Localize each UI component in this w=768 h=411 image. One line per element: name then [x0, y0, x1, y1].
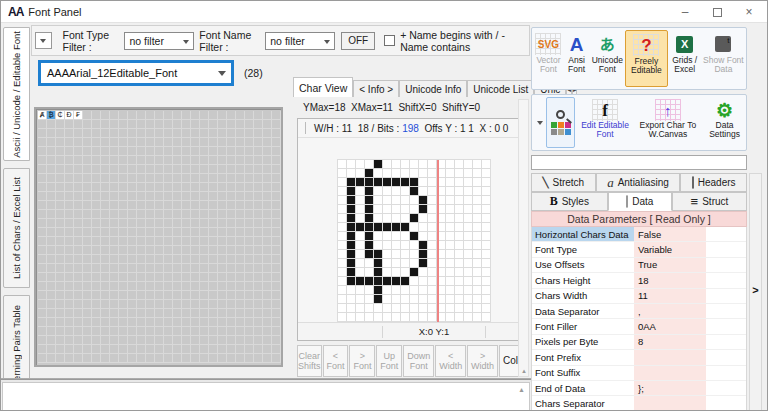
empty-char-cell[interactable]	[83, 129, 92, 138]
glyph-pixel[interactable]	[446, 196, 455, 205]
empty-char-cell[interactable]	[236, 255, 245, 264]
empty-char-cell[interactable]	[128, 282, 137, 291]
empty-char-cell[interactable]	[182, 282, 191, 291]
empty-char-cell[interactable]	[74, 138, 83, 147]
tab-headers[interactable]: Headers	[680, 173, 747, 192]
empty-char-cell[interactable]	[101, 147, 110, 156]
empty-char-cell[interactable]	[236, 156, 245, 165]
empty-char-cell[interactable]	[236, 282, 245, 291]
glyph-pixel[interactable]	[455, 160, 464, 169]
glyph-pixel[interactable]	[455, 268, 464, 277]
table-row[interactable]: Horizontal Chars DataFalse	[532, 227, 746, 242]
empty-char-cell[interactable]	[137, 201, 146, 210]
empty-char-cell[interactable]	[47, 201, 56, 210]
font-button[interactable]: <Font	[323, 345, 349, 377]
glyph-pixel[interactable]	[464, 223, 473, 232]
glyph-pixel[interactable]	[446, 313, 455, 322]
empty-char-cell[interactable]	[128, 228, 137, 237]
empty-char-cell[interactable]	[83, 354, 92, 363]
glyph-pixel[interactable]	[374, 304, 383, 313]
maximize-button[interactable]	[701, 1, 733, 23]
empty-char-cell[interactable]	[101, 129, 110, 138]
empty-char-cell[interactable]	[218, 120, 227, 129]
empty-char-cell[interactable]	[263, 219, 272, 228]
empty-char-cell[interactable]	[227, 336, 236, 345]
empty-char-cell[interactable]	[272, 327, 281, 336]
empty-char-cell[interactable]	[92, 192, 101, 201]
glyph-pixel[interactable]	[347, 304, 356, 313]
empty-char-cell[interactable]	[155, 138, 164, 147]
glyph-pixel[interactable]	[401, 178, 410, 187]
empty-char-cell[interactable]	[218, 345, 227, 354]
empty-char-cell[interactable]	[227, 138, 236, 147]
empty-char-cell[interactable]	[191, 300, 200, 309]
empty-char-cell[interactable]	[209, 183, 218, 192]
empty-char-cell[interactable]	[173, 327, 182, 336]
empty-char-cell[interactable]	[56, 156, 65, 165]
empty-char-cell[interactable]	[74, 345, 83, 354]
empty-char-cell[interactable]	[263, 165, 272, 174]
glyph-pixel[interactable]	[482, 277, 491, 286]
glyph-pixel[interactable]	[446, 169, 455, 178]
empty-char-cell[interactable]	[110, 273, 119, 282]
empty-char-cell[interactable]	[236, 201, 245, 210]
empty-char-cell[interactable]	[110, 192, 119, 201]
empty-char-cell[interactable]	[272, 336, 281, 345]
empty-char-cell[interactable]	[227, 273, 236, 282]
empty-char-cell[interactable]	[110, 237, 119, 246]
empty-char-cell[interactable]	[218, 210, 227, 219]
glyph-pixel[interactable]	[446, 232, 455, 241]
empty-char-cell[interactable]	[209, 291, 218, 300]
empty-char-cell[interactable]	[47, 318, 56, 327]
glyph-pixel[interactable]	[383, 205, 392, 214]
glyph-pixel[interactable]	[374, 268, 383, 277]
char-cell[interactable]: Ⱥ	[38, 111, 47, 120]
table-row[interactable]: Chars Height18	[532, 273, 746, 288]
empty-char-cell[interactable]	[146, 111, 155, 120]
minimize-button[interactable]: –	[669, 1, 701, 23]
empty-char-cell[interactable]	[101, 237, 110, 246]
font-data-textarea[interactable]: ▴	[2, 382, 530, 411]
empty-char-cell[interactable]	[65, 264, 74, 273]
glyph-pixel[interactable]	[383, 304, 392, 313]
glyph-pixel[interactable]	[365, 295, 374, 304]
glyph-pixel[interactable]	[464, 304, 473, 313]
glyph-pixel[interactable]	[482, 160, 491, 169]
empty-char-cell[interactable]	[173, 228, 182, 237]
empty-char-cell[interactable]	[83, 156, 92, 165]
empty-char-cell[interactable]	[101, 291, 110, 300]
empty-char-cell[interactable]	[155, 210, 164, 219]
glyph-pixel[interactable]	[473, 313, 482, 322]
empty-char-cell[interactable]	[146, 300, 155, 309]
glyph-pixel[interactable]	[482, 223, 491, 232]
glyph-pixel[interactable]	[464, 160, 473, 169]
empty-char-cell[interactable]	[254, 345, 263, 354]
empty-char-cell[interactable]	[209, 255, 218, 264]
empty-char-cell[interactable]	[227, 282, 236, 291]
glyph-pixel[interactable]	[347, 286, 356, 295]
empty-char-cell[interactable]	[182, 183, 191, 192]
empty-char-cell[interactable]	[137, 165, 146, 174]
empty-char-cell[interactable]	[47, 273, 56, 282]
empty-char-cell[interactable]	[155, 111, 164, 120]
glyph-pixel[interactable]	[446, 304, 455, 313]
empty-char-cell[interactable]	[218, 201, 227, 210]
glyph-pixel[interactable]	[365, 313, 374, 322]
empty-char-cell[interactable]	[191, 327, 200, 336]
empty-char-cell[interactable]	[200, 255, 209, 264]
empty-char-cell[interactable]	[263, 228, 272, 237]
empty-char-cell[interactable]	[236, 345, 245, 354]
empty-char-cell[interactable]	[272, 228, 281, 237]
char-cell[interactable]: ₣	[74, 111, 83, 120]
glyph-pixel[interactable]	[392, 313, 401, 322]
empty-char-cell[interactable]	[236, 309, 245, 318]
empty-char-cell[interactable]	[209, 273, 218, 282]
empty-char-cell[interactable]	[119, 156, 128, 165]
glyph-pixel[interactable]	[410, 232, 419, 241]
glyph-pixel[interactable]	[455, 214, 464, 223]
empty-char-cell[interactable]	[191, 336, 200, 345]
glyph-pixel[interactable]	[365, 277, 374, 286]
empty-char-cell[interactable]	[38, 354, 47, 363]
empty-char-cell[interactable]	[137, 309, 146, 318]
empty-char-cell[interactable]	[218, 318, 227, 327]
